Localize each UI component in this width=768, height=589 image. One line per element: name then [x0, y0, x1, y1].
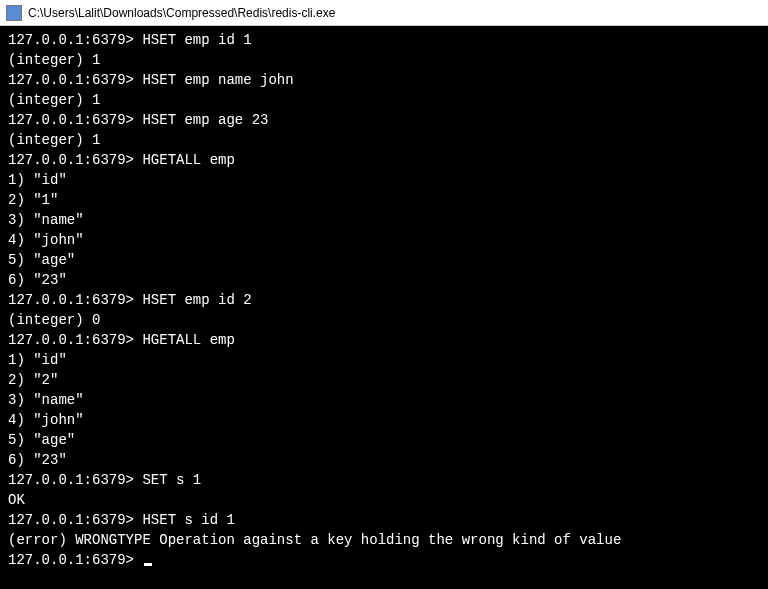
terminal-prompt-line: 127.0.0.1:6379> HSET emp id 1 [8, 30, 760, 50]
terminal-output-line: (integer) 1 [8, 50, 760, 70]
terminal-output-line: 3) "name" [8, 390, 760, 410]
terminal-output-line: 4) "john" [8, 230, 760, 250]
terminal-output-line: 6) "23" [8, 450, 760, 470]
terminal-output-line: 2) "1" [8, 190, 760, 210]
terminal-output-line: (error) WRONGTYPE Operation against a ke… [8, 530, 760, 550]
terminal-prompt-line: 127.0.0.1:6379> HGETALL emp [8, 150, 760, 170]
terminal-output-line: OK [8, 490, 760, 510]
terminal-output-line: 4) "john" [8, 410, 760, 430]
titlebar[interactable]: C:\Users\Lalit\Downloads\Compressed\Redi… [0, 0, 768, 26]
terminal-area[interactable]: 127.0.0.1:6379> HSET emp id 1(integer) 1… [0, 26, 768, 574]
terminal-output-line: 2) "2" [8, 370, 760, 390]
terminal-prompt-line: 127.0.0.1:6379> HSET s id 1 [8, 510, 760, 530]
terminal-output-line: (integer) 1 [8, 90, 760, 110]
terminal-prompt-line: 127.0.0.1:6379> HSET emp id 2 [8, 290, 760, 310]
terminal-output-line: 1) "id" [8, 170, 760, 190]
terminal-output-line: 1) "id" [8, 350, 760, 370]
app-icon [6, 5, 22, 21]
terminal-output-line: 5) "age" [8, 430, 760, 450]
terminal-output-line: 5) "age" [8, 250, 760, 270]
cursor [144, 563, 152, 566]
terminal-prompt-line: 127.0.0.1:6379> HSET emp name john [8, 70, 760, 90]
terminal-output-line: 6) "23" [8, 270, 760, 290]
terminal-prompt-line: 127.0.0.1:6379> HSET emp age 23 [8, 110, 760, 130]
terminal-output-line: (integer) 0 [8, 310, 760, 330]
terminal-prompt-line: 127.0.0.1:6379> HGETALL emp [8, 330, 760, 350]
terminal-prompt-line: 127.0.0.1:6379> [8, 550, 760, 570]
terminal-output-line: 3) "name" [8, 210, 760, 230]
terminal-prompt-line: 127.0.0.1:6379> SET s 1 [8, 470, 760, 490]
window-title: C:\Users\Lalit\Downloads\Compressed\Redi… [28, 6, 335, 20]
terminal-output-line: (integer) 1 [8, 130, 760, 150]
